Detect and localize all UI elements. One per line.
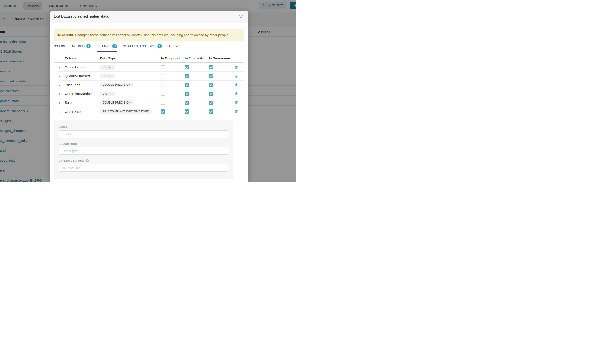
datetime-format-field-label: DATETIME FORMATi: [59, 159, 228, 162]
checkbox-is-temporal[interactable]: [161, 101, 165, 105]
description-field-label: DESCRIPTION: [59, 142, 228, 145]
delete-column-icon[interactable]: [232, 110, 244, 113]
delete-column-icon[interactable]: [232, 66, 244, 69]
modal-tabs: SOURCEMETRICS1COLUMNS25CALCULATED COLUMN…: [54, 43, 244, 52]
checkbox-is-temporal[interactable]: [161, 74, 165, 78]
data-type-pill: BIGINT: [100, 91, 115, 96]
expand-row-icon[interactable]: [59, 75, 60, 77]
column-row-OrderNumber: OrderNumberBIGINT: [54, 63, 244, 72]
column-row-OrderLineNumber: OrderLineNumberBIGINT: [54, 89, 244, 98]
column-name: OrderLineNumber: [65, 92, 92, 96]
checkbox-is-dimension[interactable]: [209, 74, 213, 78]
description-field-label-text: DESCRIPTION: [59, 142, 77, 145]
column-name: OrderNumber: [65, 65, 86, 69]
label-input[interactable]: [59, 130, 229, 138]
close-icon[interactable]: [239, 15, 243, 19]
checkbox-is-filterable[interactable]: [185, 65, 189, 70]
column-name: QuantityOrdered: [65, 74, 90, 78]
delete-column-icon[interactable]: [232, 75, 244, 78]
checkbox-is-filterable[interactable]: [185, 109, 189, 114]
modal-title: Edit Dataset cleaned_sales_data: [54, 14, 109, 19]
is-filterable-header: Is Filterable: [185, 56, 209, 60]
column-detail-panel: LABEL DESCRIPTION DATETIME FORMATi: [54, 120, 233, 179]
expand-row-icon[interactable]: [59, 66, 60, 68]
checkbox-is-filterable[interactable]: [185, 74, 189, 78]
column-header: Column: [65, 56, 100, 60]
checkbox-is-filterable[interactable]: [185, 83, 189, 87]
delete-column-icon[interactable]: [232, 101, 244, 104]
expand-row-icon[interactable]: [59, 102, 60, 104]
columns-table: Column Data Type Is Temporal Is Filterab…: [54, 52, 244, 116]
collapse-row-icon[interactable]: [59, 112, 61, 113]
tab-settings[interactable]: SETTINGS: [167, 43, 181, 52]
checkbox-is-temporal[interactable]: [161, 109, 165, 114]
tab-columns[interactable]: COLUMNS25: [97, 43, 117, 52]
column-row-Sales: SalesDOUBLE PRECISION: [54, 98, 244, 107]
expand-row-icon[interactable]: [59, 84, 60, 86]
datetime-format-input[interactable]: [59, 164, 229, 172]
warning-text-bold: Be careful.: [57, 33, 74, 37]
tab-source[interactable]: SOURCE: [54, 43, 66, 52]
datetime-format-field-label-text: DATETIME FORMAT: [59, 159, 84, 162]
tab-label: COLUMNS: [97, 45, 110, 48]
tab-label: METRICS: [72, 45, 85, 48]
checkbox-is-dimension[interactable]: [209, 92, 213, 96]
checkbox-is-dimension[interactable]: [209, 109, 213, 114]
screen: Databases Datasets Saved Queries Query H…: [0, 0, 296, 182]
column-row-QuantityOrdered: QuantityOrderedBIGINT: [54, 72, 244, 80]
tab-count-badge: 1: [86, 44, 91, 48]
tab-metrics[interactable]: METRICS1: [72, 43, 91, 52]
tab-label: SETTINGS: [167, 45, 181, 48]
description-input[interactable]: [59, 147, 229, 155]
expand-row-icon[interactable]: [59, 93, 60, 95]
tab-count-badge: 25: [112, 44, 117, 48]
columns-table-header: Column Data Type Is Temporal Is Filterab…: [54, 52, 244, 63]
warning-text: Be careful. Changing these settings will…: [57, 33, 229, 37]
delete-column-icon[interactable]: [232, 84, 244, 86]
data-type-pill: DOUBLE PRECISION: [100, 100, 133, 105]
modal-body: Be careful. Changing these settings will…: [50, 29, 248, 179]
modal-title-dataset-name: cleaned_sales_data: [74, 14, 108, 18]
checkbox-is-filterable[interactable]: [185, 92, 189, 96]
checkbox-is-filterable[interactable]: [185, 101, 189, 105]
column-name: PriceEach: [65, 83, 80, 87]
is-temporal-header: Is Temporal: [161, 56, 185, 60]
label-field-label-text: LABEL: [59, 125, 68, 129]
data-type-pill: DOUBLE PRECISION: [100, 83, 133, 87]
column-name: OrderDate: [65, 110, 80, 113]
tab-label: CALCULATED COLUMNS: [123, 45, 155, 48]
info-icon[interactable]: i: [86, 159, 89, 162]
warning-banner: Be careful. Changing these settings will…: [54, 29, 244, 41]
tab-count-badge: 0: [157, 44, 162, 48]
checkbox-is-temporal[interactable]: [161, 65, 165, 70]
checkbox-is-dimension[interactable]: [209, 83, 213, 87]
tab-label: SOURCE: [54, 45, 66, 48]
checkbox-is-temporal[interactable]: [161, 92, 165, 96]
checkbox-is-dimension[interactable]: [209, 101, 213, 105]
modal-title-prefix: Edit Dataset: [54, 14, 73, 18]
label-field-label: LABEL: [59, 125, 228, 129]
data-type-pill: BIGINT: [100, 74, 115, 78]
checkbox-is-dimension[interactable]: [209, 65, 213, 70]
checkbox-is-temporal[interactable]: [161, 83, 165, 87]
column-row-PriceEach: PriceEachDOUBLE PRECISION: [54, 80, 244, 89]
data-type-header: Data Type: [100, 56, 161, 60]
delete-column-icon[interactable]: [232, 92, 244, 95]
modal-header: Edit Dataset cleaned_sales_data: [50, 11, 248, 23]
data-type-pill: TIMESTAMP WITHOUT TIME ZONE: [100, 109, 152, 114]
data-type-pill: BIGINT: [100, 65, 115, 70]
edit-dataset-modal: Edit Dataset cleaned_sales_data Be caref…: [50, 11, 248, 182]
tab-calculated-columns[interactable]: CALCULATED COLUMNS0: [123, 43, 162, 52]
is-dimension-header: Is Dimension: [209, 56, 232, 60]
column-name: Sales: [65, 101, 73, 104]
warning-text-body: Changing these settings will affect all …: [74, 33, 229, 37]
column-row-OrderDate: OrderDateTIMESTAMP WITHOUT TIME ZONE: [54, 107, 244, 116]
